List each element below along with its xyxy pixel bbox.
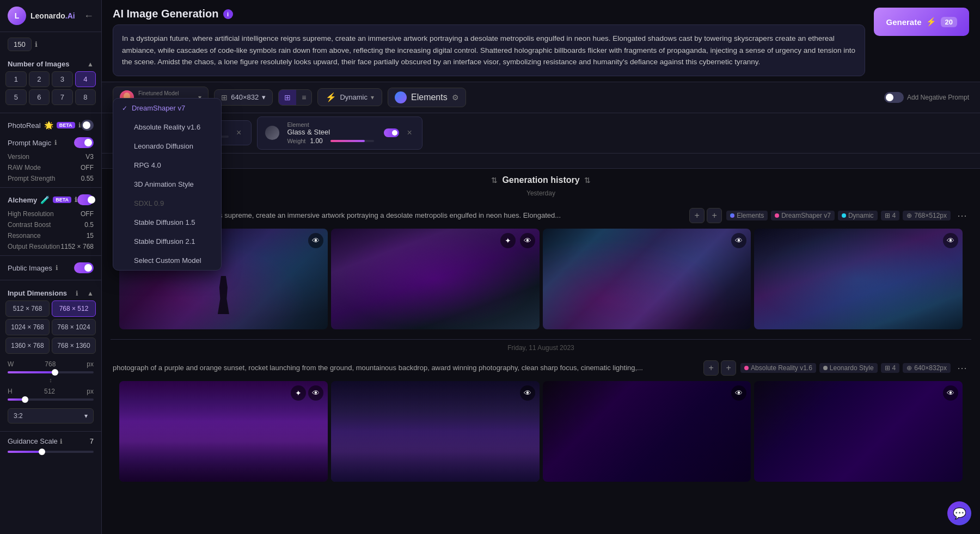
dim-1024x768[interactable]: 1024 × 768 bbox=[5, 319, 50, 335]
gen-tag-size-2: ⊕640×832px bbox=[903, 363, 951, 373]
height-px: px bbox=[87, 388, 94, 395]
dropdown-item-absolute-reality[interactable]: Absolute Reality v1.6 bbox=[113, 118, 221, 137]
generation-history-header: ⇅ Generation history ⇅ bbox=[102, 169, 980, 187]
height-slider[interactable] bbox=[8, 398, 94, 401]
gen-plus-btn-2[interactable]: + bbox=[721, 360, 736, 376]
dropdown-item-sd21[interactable]: Stable Diffusion 2.1 bbox=[113, 232, 221, 251]
count-btn-5[interactable]: 5 bbox=[5, 89, 27, 105]
gen-row-1-actions: + + bbox=[689, 208, 722, 223]
dropdown-item-custom-model[interactable]: Select Custom Model bbox=[113, 251, 221, 270]
dim-768x1024[interactable]: 768 × 1024 bbox=[52, 319, 96, 335]
token-info-icon: ℹ bbox=[35, 40, 38, 48]
dim-768x1360[interactable]: 768 × 1360 bbox=[52, 337, 96, 354]
weight-bars-area: Element Weight 1.00 × Element Glass & St… bbox=[102, 113, 980, 154]
gen-row-1-tags: Elements DreamShaper v7 Dynamic ⊞4 ⊕76 bbox=[726, 211, 951, 220]
img-magic-btn-2[interactable]: ✦ bbox=[500, 233, 516, 248]
logo-avatar: L bbox=[8, 7, 26, 25]
gen-row-2-header: photograph of a purple and orange sunset… bbox=[111, 357, 971, 379]
control-bar: Finetuned Model DreamShaper v7 ▾ ⊞ 640×8… bbox=[102, 82, 980, 113]
guidance-slider-row bbox=[0, 445, 101, 458]
image-cell-7[interactable]: 👁 bbox=[543, 381, 751, 482]
generation-area[interactable]: ⇅ Generation history ⇅ Yesterday ...wher… bbox=[102, 169, 980, 534]
contrast-boost-row: Contrast Boost 0.5 bbox=[0, 219, 101, 230]
list-view-btn[interactable]: ≡ bbox=[296, 90, 311, 105]
image-cell-8[interactable]: 👁 bbox=[754, 381, 963, 482]
page-info-icon: i bbox=[223, 9, 233, 19]
dropdown-item-dreamshaper[interactable]: ✓ DreamShaper v7 bbox=[113, 99, 221, 118]
img-eye-btn-2[interactable]: 👁 bbox=[520, 233, 535, 248]
gen-plus-btn-1[interactable]: + bbox=[707, 208, 722, 223]
generate-cost: 20 bbox=[941, 17, 957, 27]
count-btn-7[interactable]: 7 bbox=[52, 89, 73, 105]
aspect-ratio-select[interactable]: 3:2 ▾ bbox=[8, 408, 94, 423]
dim-512x768[interactable]: 512 × 768 bbox=[5, 300, 50, 317]
generate-lightning-icon: ⚡ bbox=[926, 17, 936, 27]
gen-more-btn-1[interactable]: ⋯ bbox=[955, 210, 969, 222]
img-eye-btn-6[interactable]: 👁 bbox=[520, 385, 535, 401]
count-btn-1[interactable]: 1 bbox=[5, 71, 27, 87]
dropdown-item-sd15[interactable]: Stable Diffusion 1.5 bbox=[113, 213, 221, 232]
prompt-magic-info-icon: ℹ bbox=[54, 139, 57, 146]
prompt-magic-toggle[interactable] bbox=[74, 137, 94, 148]
image-cell-5[interactable]: ✦ 👁 bbox=[119, 381, 328, 482]
dim-768x512[interactable]: 768 × 512 bbox=[52, 300, 96, 317]
dim-1360x768[interactable]: 1360 × 768 bbox=[5, 337, 50, 354]
weight-toggle-2[interactable] bbox=[384, 128, 399, 137]
generate-button[interactable]: Generate ⚡ 20 bbox=[874, 8, 969, 36]
photoreal-toggle[interactable] bbox=[81, 120, 94, 131]
width-slider-row: W 768 px ↕ bbox=[0, 358, 101, 385]
image-cell-2[interactable]: ✦ 👁 bbox=[331, 229, 540, 329]
number-of-images-label: Number of Images bbox=[8, 60, 69, 68]
chat-bubble-button[interactable]: 💬 bbox=[947, 501, 971, 525]
prompt-box[interactable]: In a dystopian future, where artificial … bbox=[113, 24, 865, 76]
dropdown-item-rpg[interactable]: RPG 4.0 bbox=[113, 156, 221, 175]
weight-close-2[interactable]: × bbox=[405, 128, 414, 138]
dropdown-item-3d-animation[interactable]: 3D Animation Style bbox=[113, 175, 221, 194]
img-eye-btn-8[interactable]: 👁 bbox=[943, 385, 958, 401]
weight-track-2[interactable] bbox=[330, 140, 374, 142]
gen-add-btn-2[interactable]: + bbox=[703, 360, 719, 376]
gen-tag-elements-1: Elements bbox=[726, 211, 768, 220]
img-eye-btn-7[interactable]: 👁 bbox=[731, 385, 746, 401]
gen-more-btn-2[interactable]: ⋯ bbox=[955, 362, 969, 374]
dropdown-item-leonardo-diffusion[interactable]: Leonardo Diffusion bbox=[113, 137, 221, 156]
gen-add-btn-1[interactable]: + bbox=[689, 208, 705, 223]
output-resolution-row: Output Resolution 1152 × 768 bbox=[0, 241, 101, 252]
alchemy-toggle[interactable] bbox=[77, 194, 94, 205]
negative-prompt-toggle[interactable] bbox=[884, 92, 904, 103]
img-eye-btn-1[interactable]: 👁 bbox=[308, 233, 323, 248]
img-eye-btn-5[interactable]: 👁 bbox=[308, 385, 323, 401]
guidance-slider[interactable] bbox=[8, 451, 94, 453]
img-eye-btn-4[interactable]: 👁 bbox=[943, 233, 958, 248]
count-btn-3[interactable]: 3 bbox=[52, 71, 73, 87]
elements-label: Elements bbox=[411, 93, 448, 102]
image-cell-3[interactable]: 👁 bbox=[543, 229, 751, 329]
image-grid-1: 👁 ✦ 👁 👁 bbox=[111, 226, 971, 336]
resolution-selector[interactable]: ⊞ 640×832 ▾ bbox=[214, 89, 273, 106]
height-value: 512 bbox=[44, 388, 55, 395]
grid-view-btn[interactable]: ⊞ bbox=[279, 90, 296, 105]
img-eye-btn-3[interactable]: 👁 bbox=[731, 233, 746, 248]
count-btn-4[interactable]: 4 bbox=[75, 71, 96, 87]
negative-prompt-label: Add Negative Prompt bbox=[907, 94, 969, 101]
model-dropdown: ✓ DreamShaper v7 Absolute Reality v1.6 L… bbox=[113, 98, 222, 271]
elements-control[interactable]: Elements ⚙ bbox=[388, 88, 466, 107]
style-selector[interactable]: ⚡ Dynamic ▾ bbox=[317, 88, 382, 106]
prompt-magic-row: Prompt Magic ℹ bbox=[0, 134, 101, 151]
count-btn-2[interactable]: 2 bbox=[29, 71, 50, 87]
image-cell-4[interactable]: 👁 bbox=[754, 229, 963, 329]
check-icon: ✓ bbox=[122, 105, 127, 112]
gen-tag-style-2: Leonardo Style bbox=[819, 363, 878, 373]
weight-close-1[interactable]: × bbox=[234, 128, 243, 138]
count-btn-8[interactable]: 8 bbox=[75, 89, 96, 105]
width-slider[interactable] bbox=[8, 371, 94, 373]
back-button[interactable]: ← bbox=[84, 10, 94, 22]
count-btn-6[interactable]: 6 bbox=[29, 89, 50, 105]
date-friday: Friday, 11 August 2023 bbox=[111, 339, 971, 354]
img-magic-btn-5[interactable]: ✦ bbox=[291, 385, 306, 401]
public-images-toggle[interactable] bbox=[74, 262, 94, 273]
dimensions-chevron-icon: ▲ bbox=[87, 290, 94, 297]
weight-info-2: Element Glass & Steel Weight 1.00 bbox=[287, 121, 374, 145]
image-cell-6[interactable]: 👁 bbox=[331, 381, 540, 482]
public-images-info-icon: ℹ bbox=[56, 264, 58, 272]
